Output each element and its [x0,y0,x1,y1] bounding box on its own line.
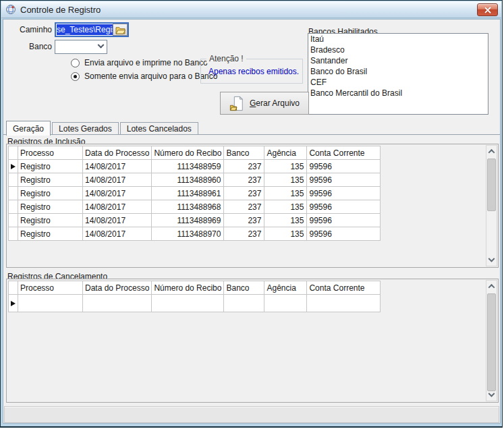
col-header: Processo [18,281,83,295]
scrollbar-thumb[interactable] [487,159,496,211]
chevron-down-icon [488,390,495,397]
col-header: Banco [224,281,264,295]
status-bar [4,406,499,423]
banco-label: Banco [7,42,52,51]
tab-page-border [3,134,500,135]
atencao-title: Atenção ! [206,54,246,63]
table-row[interactable]: Registro14/08/20171113488961 23713599596 [9,187,381,200]
table-row[interactable]: Registro14/08/20171113488969 23713599596 [9,214,381,227]
chevron-down-icon [97,42,104,49]
banco-dropdown-value [55,40,94,53]
close-button[interactable] [477,3,498,16]
gutter-header [9,281,18,295]
list-item[interactable]: Santander [308,55,488,66]
titlebar[interactable]: Controle de Registro [1,1,501,18]
dropdown-button[interactable] [94,40,107,53]
radio-label: Envia arquivo e imprime no Banco [84,58,208,67]
gerar-arquivo-label: Gerar Arquivo [250,98,300,108]
col-header: Conta Corrente [307,281,381,295]
col-header: Agência [264,146,307,160]
row-gutter [9,200,18,214]
table-row[interactable]: Registro14/08/20171113488960 23713599596 [9,173,381,187]
list-item[interactable]: Itaú [308,34,488,45]
banco-dropdown[interactable] [55,40,107,54]
radio-label: Somente envia arquivo para o Banco [84,72,217,81]
caminho-field-group: se_Testes\Registro [55,22,129,37]
close-icon [484,6,492,14]
caminho-input[interactable]: se_Testes\Registro [56,24,113,36]
row-gutter [9,214,18,227]
header-row: Processo Data do Processo Número do Reci… [9,281,381,295]
scroll-up-button[interactable] [486,146,497,156]
col-header: Agência [264,281,307,295]
bancos-habilitados-listbox[interactable]: ItaúBradescoSantanderBanco do BrasilCEFB… [308,33,488,115]
list-item[interactable]: Bradesco [308,45,488,55]
radio-icon-checked [71,72,80,81]
cancelamento-grid: Processo Data do Processo Número do Reci… [6,279,499,403]
chevron-down-icon [488,255,495,262]
caminho-selected-text: se_Testes\Registro [57,24,113,35]
atencao-groupbox: Atenção ! Apenas recibos emitidos. [200,59,303,84]
row-gutter [9,227,18,241]
client-area: Caminho se_Testes\Registro Banco Envia a [3,19,501,424]
scrollbar-thumb[interactable] [487,293,496,391]
col-header: Data do Processo [83,146,152,160]
radio-icon [71,59,80,67]
col-header: Número do Recibo [152,281,224,295]
row-gutter [9,187,18,200]
scroll-down-button[interactable] [486,390,497,401]
atencao-message: Apenas recibos emitidos. [208,67,302,76]
tab-strip: Geração Lotes Gerados Lotes Cancelados [6,120,200,135]
tab-geracao[interactable]: Geração [6,121,51,136]
chevron-up-icon [488,148,495,155]
table-row[interactable]: Registro14/08/20171113488970 23713599596 [9,227,381,241]
row-gutter [9,160,18,173]
chevron-up-icon [488,283,495,290]
folder-open-icon [115,26,125,34]
table-row[interactable]: Registro14/08/20171113488968 23713599596 [9,200,381,214]
col-header: Conta Corrente [307,146,381,160]
window: Controle de Registro Caminho se_Testes\R… [0,0,503,428]
row-gutter [9,295,18,312]
current-row-arrow-icon [11,164,16,169]
inclusao-scrollbar[interactable] [486,145,497,266]
table-row[interactable]: Registro14/08/20171113488959 23713599596 [9,160,381,173]
row-gutter [9,173,18,187]
list-item[interactable]: CEF [308,77,488,88]
current-row-arrow-icon [11,301,16,306]
app-globe-icon[interactable] [5,4,16,15]
inclusao-table: Processo Data do Processo Número do Reci… [8,146,381,241]
header-row: Processo Data do Processo Número do Reci… [9,146,381,160]
browse-folder-button[interactable] [113,24,128,36]
file-folder-icon [229,96,244,111]
col-header: Data do Processo [83,281,152,295]
cancelamento-scrollbar[interactable] [486,280,497,401]
list-item[interactable]: Banco Mercantil do Brasil [308,88,488,98]
empty-row[interactable] [9,295,381,312]
col-header: Banco [224,146,264,160]
cancelamento-table: Processo Data do Processo Número do Reci… [8,281,381,312]
col-header: Processo [18,146,83,160]
gerar-arquivo-button[interactable]: Gerar Arquivo [220,92,309,115]
list-item[interactable]: Banco do Brasil [308,66,488,77]
tab-lotes-gerados[interactable]: Lotes Gerados [52,122,119,135]
radio-somente-envia[interactable]: Somente envia arquivo para o Banco [71,71,217,82]
inclusao-grid: Processo Data do Processo Número do Reci… [6,144,499,268]
tab-lotes-cancelados[interactable]: Lotes Cancelados [120,122,198,135]
radio-envia-imprime[interactable]: Envia arquivo e imprime no Banco [71,57,208,68]
caminho-label: Caminho [7,25,52,34]
col-header: Número do Recibo [152,146,224,160]
scroll-down-button[interactable] [486,255,497,266]
scroll-up-button[interactable] [486,281,497,291]
window-title: Controle de Registro [20,5,101,15]
gutter-header [9,146,18,160]
